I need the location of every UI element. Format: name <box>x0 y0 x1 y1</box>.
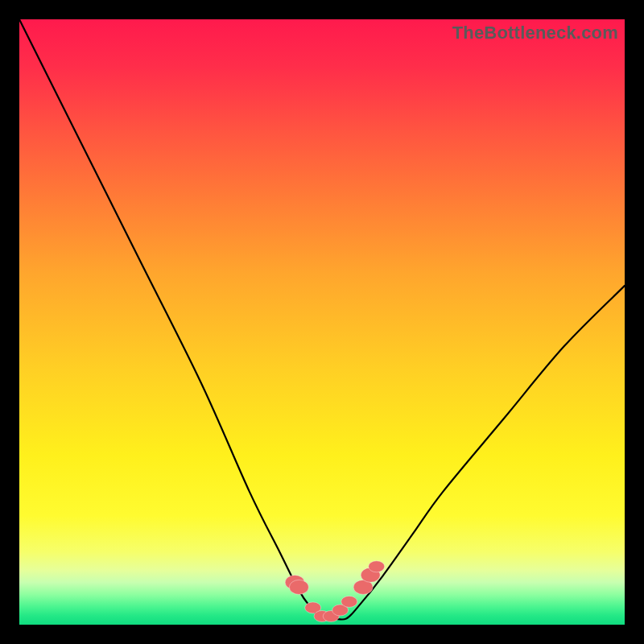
bead-icon <box>369 561 385 572</box>
chart-frame: TheBottleneck.com <box>0 0 644 644</box>
bead-icon <box>289 580 308 594</box>
bottleneck-curve <box>19 19 625 625</box>
beads-group <box>285 561 385 622</box>
curve-path <box>19 19 625 620</box>
bead-icon <box>341 596 357 607</box>
plot-area: TheBottleneck.com <box>19 19 625 625</box>
